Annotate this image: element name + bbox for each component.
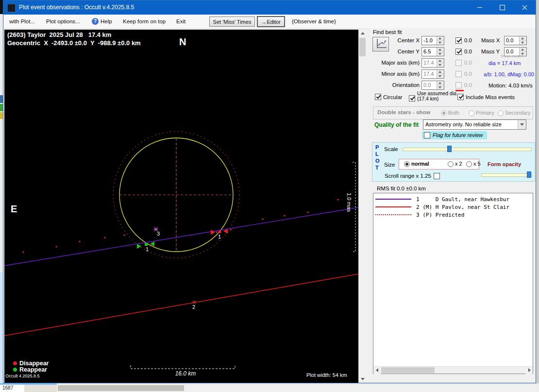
listbox-horizontal-scrollbar[interactable] — [373, 366, 533, 374]
orientation-spinner[interactable]: 0.0 — [421, 81, 444, 90]
spin-up-icon — [438, 60, 441, 62]
orientation-value[interactable]: 0.0 — [422, 81, 437, 89]
major-axis-spin-buttons[interactable] — [437, 59, 444, 67]
plot-area[interactable]: (2603) Taylor 2025 Jul 28 17.4 km Geocen… — [4, 30, 358, 383]
minimize-icon — [477, 7, 482, 8]
menu-keep-on-top[interactable]: Keep form on top — [121, 15, 168, 28]
chord2-line — [4, 274, 358, 336]
orientation-fix-checkbox[interactable] — [455, 82, 462, 88]
scroll-range-checkbox[interactable] — [434, 173, 440, 179]
menu-with-plot[interactable]: with Plot... — [7, 15, 37, 28]
spin-up-button[interactable] — [437, 59, 444, 63]
background-scroll-thumb[interactable] — [58, 385, 184, 391]
orientation-spin-buttons[interactable] — [437, 81, 444, 89]
chord3-swatch — [375, 214, 411, 215]
spin-down-button[interactable] — [437, 74, 444, 78]
quality-dropdown-button[interactable] — [518, 120, 526, 129]
spin-down-button[interactable] — [437, 41, 444, 45]
shape-model-label: Shape model — [501, 54, 522, 58]
center-x-spinner[interactable]: -1.0 — [421, 36, 444, 45]
use-assumed-dia-checkbox[interactable] — [409, 95, 415, 102]
chord1-swatch — [375, 199, 411, 200]
center-y-fix-checkbox[interactable] — [455, 49, 462, 55]
spin-up-icon — [521, 37, 524, 39]
background-horizontal-scrollbar[interactable] — [57, 384, 539, 392]
minor-axis-error-value: 0.0 — [464, 71, 472, 77]
horizontal-scroll-thumb[interactable] — [381, 367, 435, 373]
editor-button[interactable]: →Editor — [257, 16, 285, 27]
form-opacity-slider[interactable] — [481, 171, 532, 178]
minor-axis-spinner[interactable]: 17.4 — [421, 69, 444, 79]
scale-slider-thumb[interactable] — [447, 146, 452, 152]
center-x-value[interactable]: -1.0 — [422, 36, 437, 45]
use-assumed-dia-label: Use assumed dia (17.4 km) — [417, 91, 457, 102]
spin-up-button[interactable] — [520, 48, 526, 52]
mass-x-spinner[interactable]: 0.0 — [504, 36, 527, 45]
menu-plot-options[interactable]: Plot options... — [44, 15, 82, 28]
plot-width-label: Plot width: 54 km — [306, 372, 347, 378]
include-miss-checkbox[interactable] — [457, 94, 464, 100]
size-x2-radio[interactable] — [448, 161, 454, 167]
form-opacity-slider-track[interactable] — [481, 173, 532, 177]
spin-up-button[interactable] — [437, 48, 444, 52]
center-y-spinner[interactable]: 6.5 — [421, 47, 444, 56]
scroll-left-button[interactable] — [373, 367, 381, 374]
close-button[interactable] — [513, 0, 536, 15]
spin-down-button[interactable] — [520, 41, 526, 45]
app-icon — [7, 4, 16, 12]
mass-x-spin-buttons[interactable] — [519, 36, 526, 45]
spin-down-button[interactable] — [437, 52, 444, 56]
major-axis-spinner[interactable]: 17.4 — [421, 58, 444, 68]
list-item[interactable]: 1 D Gault, near Hawkesbur — [375, 195, 509, 203]
quality-combobox[interactable]: Astrometry only. No reliable size — [423, 119, 526, 130]
maximize-button[interactable] — [491, 0, 513, 15]
chord1-reappear-label: 1 — [146, 246, 149, 252]
size-x5-radio[interactable] — [466, 161, 472, 167]
spin-up-button[interactable] — [437, 81, 444, 85]
minor-axis-value[interactable]: 17.4 — [422, 70, 437, 78]
minimize-button[interactable] — [469, 0, 491, 15]
spin-up-button[interactable] — [437, 36, 444, 41]
menu-exit[interactable]: Exit — [174, 15, 187, 28]
double-stars-both-radio[interactable] — [441, 110, 447, 116]
spin-down-button[interactable] — [437, 63, 444, 67]
circular-checkbox[interactable] — [375, 94, 381, 100]
size-normal-radio[interactable] — [404, 161, 410, 167]
minor-axis-spin-buttons[interactable] — [437, 70, 444, 78]
form-opacity-slider-thumb[interactable] — [527, 171, 531, 178]
size-x5-label: x 5 — [473, 161, 481, 167]
legend-reappear-label: Reappear — [19, 366, 47, 373]
mass-x-value[interactable]: 0.0 — [505, 36, 519, 45]
list-item[interactable]: 2 (M) H Pavlov, near St Clair — [375, 203, 509, 211]
plot-vertical-scrollbar[interactable] — [358, 30, 366, 383]
flag-review-checkbox[interactable] — [424, 132, 430, 138]
major-axis-value[interactable]: 17.4 — [422, 59, 437, 67]
spin-down-button[interactable] — [437, 85, 444, 89]
maximize-icon — [500, 5, 505, 10]
center-x-spin-buttons[interactable] — [437, 36, 444, 45]
observations-listbox[interactable]: 1 D Gault, near Hawkesbur 2 (M) H Pavlov… — [373, 193, 533, 374]
spin-up-button[interactable] — [437, 70, 444, 74]
plot-title-line2: Geocentric X -2493.0 ±0.0 Y -988.9 ±0.0 … — [7, 39, 141, 47]
scroll-down-button[interactable] — [359, 375, 367, 383]
list-item[interactable]: 3 (P) Predicted — [375, 211, 464, 219]
center-y-value[interactable]: 6.5 — [422, 48, 437, 56]
center-y-spin-buttons[interactable] — [437, 48, 444, 56]
center-x-fix-checkbox[interactable] — [455, 37, 462, 44]
scale-slider[interactable] — [403, 146, 532, 153]
double-stars-primary-radio[interactable] — [469, 110, 474, 116]
vertical-scroll-thumb[interactable] — [359, 38, 366, 56]
spin-up-button[interactable] — [520, 36, 526, 41]
menu-help[interactable]: Help — [99, 15, 114, 28]
plot-canvas[interactable] — [4, 30, 358, 383]
minor-axis-fix-checkbox[interactable] — [455, 71, 462, 77]
set-miss-times-button[interactable]: Set 'Miss' Times — [209, 17, 255, 27]
scroll-right-button[interactable] — [525, 367, 533, 374]
double-stars-secondary-radio[interactable] — [498, 110, 504, 116]
legend-disappear-label: Disappear — [19, 360, 49, 367]
title-bar[interactable]: Plot event observations : Occult v.4.202… — [3, 0, 536, 15]
scale-slider-track[interactable] — [403, 148, 532, 151]
major-axis-fix-checkbox[interactable] — [455, 60, 462, 66]
spin-down-icon — [521, 42, 524, 44]
scroll-up-button[interactable] — [359, 30, 367, 37]
